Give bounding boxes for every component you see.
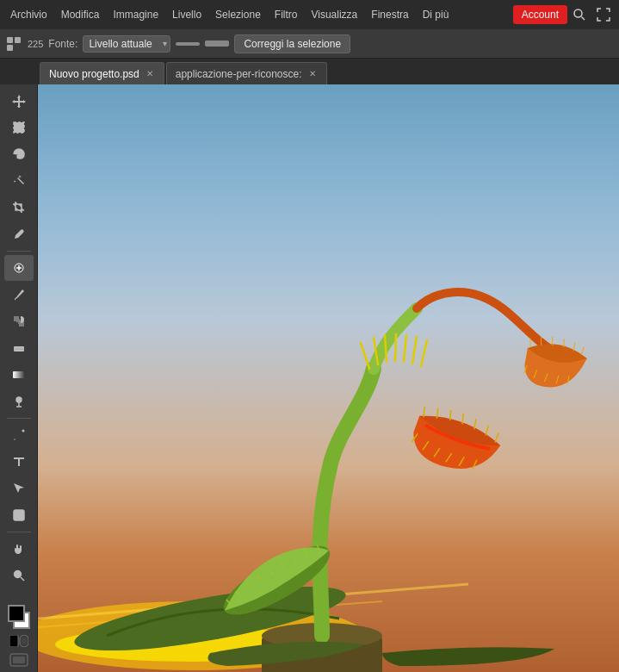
brush-size-value: 225 — [28, 39, 43, 49]
svg-line-1 — [582, 17, 585, 21]
screen-mode-icon — [9, 653, 28, 667]
tool-separator-2 — [7, 418, 31, 419]
dash-thin[interactable] — [176, 42, 200, 46]
shape-tool[interactable] — [4, 502, 34, 528]
dash-thick[interactable] — [205, 40, 229, 47]
tab-close-1[interactable]: ✕ — [145, 68, 155, 79]
pen-tool[interactable] — [4, 422, 34, 448]
fonte-select[interactable]: Livello attuale Tutti i livelli — [83, 35, 170, 53]
svg-rect-18 — [9, 635, 18, 647]
screen-mode-button[interactable] — [4, 651, 34, 669]
svg-line-15 — [21, 577, 24, 581]
svg-rect-22 — [13, 656, 25, 663]
tab-bar: Nuovo progetto.psd ✕ applicazione-per-ri… — [0, 59, 619, 84]
eraser-tool[interactable] — [4, 335, 34, 361]
brush-tool[interactable] — [4, 282, 34, 308]
menu-dipiu[interactable]: Di più — [416, 5, 456, 24]
svg-rect-13 — [14, 510, 24, 520]
tool-separator-3 — [7, 532, 31, 532]
svg-point-12 — [22, 430, 24, 432]
menu-filtro[interactable]: Filtro — [268, 5, 305, 24]
move-tool[interactable] — [4, 88, 34, 114]
color-swatches[interactable] — [4, 603, 34, 631]
svg-point-9 — [16, 397, 22, 402]
fullscreen-icon — [597, 8, 610, 22]
main-area — [0, 84, 619, 672]
tab-applicazione[interactable]: applicazione-per-riconosce: ✕ — [166, 62, 327, 84]
type-tool[interactable] — [4, 449, 34, 475]
svg-rect-3 — [15, 37, 21, 43]
menu-immagine[interactable]: Immagine — [106, 5, 165, 24]
canvas-image — [38, 84, 619, 672]
magic-wand-tool[interactable] — [4, 168, 34, 194]
healing-brush-tool[interactable] — [4, 255, 34, 281]
canvas-area[interactable] — [38, 84, 619, 672]
menu-modifica[interactable]: Modifica — [54, 5, 107, 24]
fonte-label: Fonte: — [48, 38, 77, 50]
menu-selezione[interactable]: Selezione — [208, 5, 268, 24]
mask-icon — [9, 635, 28, 647]
brush-size-indicator[interactable]: 225 — [28, 39, 43, 49]
path-selection-tool[interactable] — [4, 476, 34, 501]
quick-mask-button[interactable] — [4, 632, 34, 650]
account-button[interactable]: Account — [513, 5, 567, 24]
dodge-tool[interactable] — [4, 389, 34, 414]
tool-separator-1 — [7, 251, 31, 252]
menu-bar: Archivio Modifica Immagine Livello Selez… — [0, 0, 619, 29]
correggi-selezione-button[interactable]: Correggi la selezione — [234, 34, 350, 53]
tab-nuovo-progetto[interactable]: Nuovo progetto.psd ✕ — [40, 62, 164, 84]
search-icon — [573, 8, 586, 22]
menu-archivio[interactable]: Archivio — [3, 5, 54, 24]
svg-rect-20 — [22, 638, 27, 644]
menu-visualizza[interactable]: Visualizza — [304, 5, 364, 24]
tab-label-2: applicazione-per-riconosce: — [176, 68, 302, 80]
toolbar — [0, 84, 38, 672]
fonte-select-wrap[interactable]: Livello attuale Tutti i livelli — [83, 35, 170, 53]
menu-livello[interactable]: Livello — [165, 5, 208, 24]
lasso-tool[interactable] — [4, 141, 34, 167]
eyedropper-tool[interactable] — [4, 221, 34, 247]
tab-label-1: Nuovo progetto.psd — [49, 68, 139, 80]
gradient-tool[interactable] — [4, 362, 34, 388]
fullscreen-button[interactable] — [591, 3, 616, 27]
tool-options-icon — [5, 35, 22, 53]
tool-icon — [6, 36, 22, 52]
search-button[interactable] — [567, 3, 591, 27]
svg-point-0 — [574, 9, 582, 17]
zoom-tool[interactable] — [4, 563, 34, 588]
svg-rect-5 — [14, 122, 24, 133]
menu-finestra[interactable]: Finestra — [364, 5, 415, 24]
hand-tool[interactable] — [4, 536, 34, 562]
svg-rect-4 — [7, 45, 13, 51]
svg-rect-8 — [13, 371, 25, 378]
clone-stamp-tool[interactable] — [4, 308, 34, 334]
foreground-color[interactable] — [8, 605, 25, 622]
crop-tool[interactable] — [4, 195, 34, 221]
tab-close-2[interactable]: ✕ — [307, 68, 318, 79]
options-bar: 225 Fonte: Livello attuale Tutti i livel… — [0, 29, 619, 59]
rectangular-marquee-tool[interactable] — [4, 115, 34, 140]
svg-rect-2 — [7, 37, 13, 43]
